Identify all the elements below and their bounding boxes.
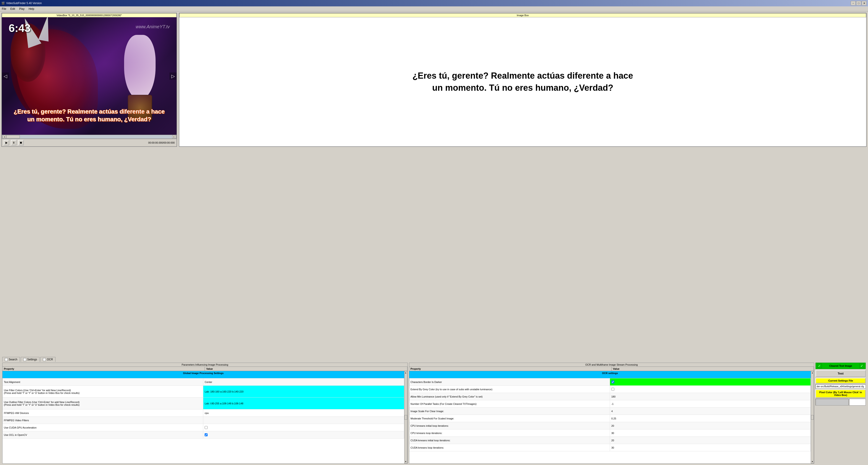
val-extend-grey [610,386,811,393]
table-row: Extend By Grey Color (try to use in case… [409,386,811,393]
settings-tab-label: Settings [27,358,37,361]
ocr-panel: OCR and Multiframe Image Stream Processi… [409,363,814,464]
pause-button[interactable]: ⏸ [11,140,17,145]
prop-ocl: Use OCL in OpenCV [2,431,203,438]
title-bar-left: 🎬 VideoSubFinder 5.40 Version [1,2,42,5]
ocr-scroll-thumb[interactable] [811,415,814,420]
play-button[interactable]: ▶ [4,140,9,145]
video-watermark: www.AnimeYT.tv [136,24,170,29]
image-box-subtitle: ¿Eres tú, gerente? Realmente actúas dife… [412,70,633,94]
prop-img-scale: Image Scale For Clear Image: [409,407,610,414]
val-cpu-init: 20 [610,422,811,429]
prop-text-alignment: Text Alignment [2,378,203,386]
table-row: Use Outline Filter Colors (Use 'Ctrl+Ent… [2,398,404,409]
val-ocl [203,431,404,438]
pixel-color-button[interactable]: Pixel Color (By 'Left Mouse Click' in Vi… [815,390,866,398]
val-outline-filter: Lab: l:80-255 a:108-148 b:108-148 [203,398,404,409]
player-controls: ▶ ⏸ ⏹ 00:00:00.000/00:00:000 [2,139,177,146]
menu-edit[interactable]: Edit [9,7,16,11]
prop-cpu-init: CPU kmeans initial loop iterations: [409,422,610,429]
settings-checkbox[interactable] [23,358,26,361]
menu-play[interactable]: Play [18,7,25,11]
params-scrollbar[interactable]: ▲ ▼ [404,371,407,463]
maximize-button[interactable]: □ [856,1,861,5]
stop-button[interactable]: ⏹ [18,140,24,145]
extend-grey-checkbox[interactable] [611,388,614,391]
table-row: FFMPEG HW Devices cpu [2,409,404,417]
ocr-col-property: Property [409,367,612,371]
table-row: Use OCL in OpenCV [2,431,404,438]
val-cuda [203,424,404,431]
table-row: CPU kmeans loop iterations: 30 [409,429,811,437]
video-nav-left[interactable]: ◁ [2,72,9,80]
video-box-title: VideoBox "0_10_35_510_000000000000128000… [2,13,177,17]
image-panel: Image Box ¿Eres tú, gerente? Realmente a… [179,13,867,147]
table-row: Allow Min Luminance (used only if "Exten… [409,393,811,400]
minimize-button[interactable]: − [851,1,856,5]
prop-min-lum: Allow Min Luminance (used only if "Exten… [409,393,610,400]
ocl-checkbox[interactable] [205,433,208,436]
ocr-scrollbar[interactable]: ▲ ▼ [811,371,814,463]
video-scrollbar[interactable]: ◂ ▸ [2,135,177,139]
video-panel: VideoBox "0_10_35_510_000000000000128000… [1,13,177,147]
table-row: FFMPEG Video Filters [2,417,404,424]
search-checkbox[interactable] [5,358,8,361]
params-col-property: Property [2,367,205,371]
scroll-up-arrow[interactable]: ▲ [405,372,407,374]
val-ffmpeg-filters [203,417,404,424]
color-swatches [815,399,866,405]
params-panel: Parameters Influencing Image Processing … [2,363,408,464]
ocr-scroll-down[interactable]: ▼ [811,461,813,463]
ocr-scroll-up[interactable]: ▲ [811,372,813,374]
current-settings-button[interactable]: Current Settings File [815,378,866,384]
tab-search[interactable]: Search [2,357,20,362]
tab-ocr[interactable]: OCR [40,357,56,362]
val-ffmpeg-hw: cpu [203,409,404,417]
video-subtitle-line1: ¿Eres tú, gerente? Realmente actúas dife… [10,108,168,115]
cuda-checkbox[interactable] [205,426,208,429]
bottom-panel: Search Settings OCR Parameters Influenci… [0,356,868,465]
bottom-content: Parameters Influencing Image Processing … [0,362,868,465]
right-controls-panel: ✓ Cleared Text Image ✓ Test Current Sett… [815,363,866,464]
ocr-section-row: OCR settings [409,371,811,378]
check-icon-left: ✓ [817,364,822,368]
color-swatch-light [849,399,866,405]
prop-cuda-init: CUDA kmeans initial loop iterations: [409,437,610,444]
scroll-left-btn[interactable]: ◂ [2,135,6,138]
video-subtitle-container: ¿Eres tú, gerente? Realmente actúas dife… [10,108,168,123]
search-tab-label: Search [9,358,17,361]
prop-ffmpeg-hw: FFMPEG HW Devices [2,409,203,417]
params-table-header: Property Value [2,367,407,371]
ocr-col-value: Value [612,367,814,371]
ocr-checkbox[interactable] [43,358,46,361]
table-row: Use CUDA GPU Acceleration [2,424,404,431]
title-bar: 🎬 VideoSubFinder 5.40 Version − □ ✕ [0,0,868,6]
prop-ffmpeg-filters: FFMPEG Video Filters [2,417,203,424]
prop-filter-colors: Use Filter Colors (Use 'Ctrl+Enter' for … [2,386,203,397]
scroll-thumb[interactable] [6,135,20,138]
table-row: Characters Border Is Darker [409,378,811,386]
video-nav-right[interactable]: ▷ [169,72,177,80]
menu-help[interactable]: Help [28,7,35,11]
menu-file[interactable]: File [1,7,7,11]
tab-settings[interactable]: Settings [21,357,39,362]
close-button[interactable]: ✕ [862,1,867,5]
image-box-content: ¿Eres tú, gerente? Realmente actúas dife… [179,17,866,146]
scroll-track[interactable] [6,135,172,138]
scroll-right-btn[interactable]: ▸ [172,135,176,138]
settings-file-path: der-src/Build/Release_x64/settings/gener… [815,384,866,389]
params-col-value: Value [205,367,407,371]
scroll-down-arrow[interactable]: ▼ [405,461,407,463]
test-button[interactable]: Test [815,370,866,377]
time-display: 00:00:00.000/00:00:000 [148,141,175,144]
cleared-text-label: Cleared Text Image [823,364,859,367]
app-icon: 🎬 [1,2,5,5]
params-header: Parameters Influencing Image Processing [2,363,407,367]
table-row: Moderate Threshold For Scaled Image: 0.2… [409,415,811,422]
val-parallel: -1 [610,400,811,407]
val-filter-colors: Lab: 180-160 a:160-220 b:140-220 [203,386,404,397]
scroll-thumb-v[interactable] [404,415,407,420]
table-row: CPU kmeans initial loop iterations: 20 [409,422,811,429]
table-row: Text Alignment Center [2,378,404,386]
border-darker-checkbox[interactable] [611,380,614,384]
